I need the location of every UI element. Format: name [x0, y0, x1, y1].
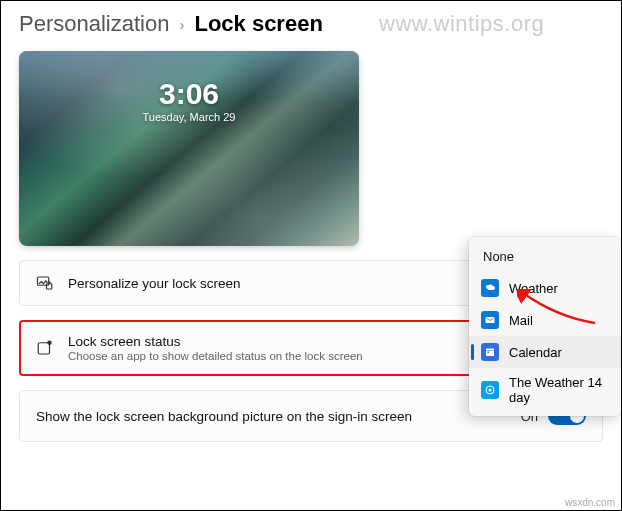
dropdown-item-label: The Weather 14 day	[509, 375, 609, 405]
status-app-dropdown: None Weather Mail Calendar The Weather 1…	[469, 237, 621, 416]
app-status-icon	[36, 339, 54, 357]
picture-lock-icon	[36, 274, 54, 292]
dropdown-item-weather14[interactable]: The Weather 14 day	[469, 368, 621, 412]
lockscreen-preview: 3:06 Tuesday, March 29	[19, 51, 359, 246]
svg-rect-6	[486, 349, 494, 357]
mail-icon	[481, 311, 499, 329]
weather14-icon	[481, 381, 499, 399]
svg-rect-2	[38, 343, 49, 354]
watermark-footer: wsxdn.com	[565, 497, 615, 508]
card-title: Show the lock screen background picture …	[36, 409, 507, 424]
svg-rect-8	[488, 352, 490, 354]
dropdown-item-label: Calendar	[509, 345, 562, 360]
preview-date: Tuesday, March 29	[19, 111, 359, 123]
svg-rect-5	[486, 317, 495, 323]
dropdown-item-mail[interactable]: Mail	[469, 304, 621, 336]
svg-point-3	[47, 341, 52, 346]
weather-icon	[481, 279, 499, 297]
dropdown-item-label: Weather	[509, 281, 558, 296]
breadcrumb-parent[interactable]: Personalization	[19, 11, 169, 37]
svg-point-10	[489, 389, 492, 392]
calendar-icon	[481, 343, 499, 361]
breadcrumb: Personalization › Lock screen	[1, 1, 621, 45]
dropdown-item-label: Mail	[509, 313, 533, 328]
breadcrumb-current: Lock screen	[194, 11, 322, 37]
dropdown-item-calendar[interactable]: Calendar	[469, 336, 621, 368]
chevron-right-icon: ›	[179, 16, 184, 33]
dropdown-item-weather[interactable]: Weather	[469, 272, 621, 304]
preview-time: 3:06	[19, 79, 359, 109]
dropdown-item-none[interactable]: None	[469, 241, 621, 272]
